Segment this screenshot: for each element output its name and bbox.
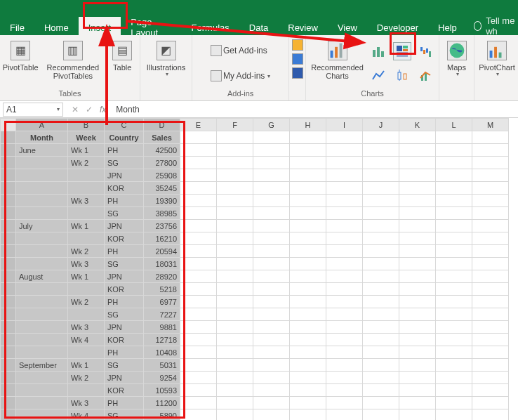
- cell[interactable]: SG: [105, 258, 144, 270]
- col-header-L[interactable]: L: [436, 119, 472, 131]
- cell[interactable]: [217, 384, 253, 397]
- cell[interactable]: 6977: [144, 296, 180, 308]
- cell[interactable]: August: [16, 270, 68, 283]
- cell[interactable]: [290, 359, 326, 372]
- cell[interactable]: [253, 384, 290, 397]
- cell[interactable]: [399, 384, 436, 397]
- cell[interactable]: [363, 131, 399, 144]
- cell[interactable]: [326, 144, 363, 157]
- formula-bar[interactable]: Month: [113, 105, 518, 114]
- cell[interactable]: KOR: [105, 384, 144, 397]
- row-header[interactable]: [1, 409, 16, 421]
- cell[interactable]: [217, 207, 253, 220]
- cell[interactable]: Sales: [144, 131, 180, 144]
- cell[interactable]: [217, 169, 253, 182]
- cell[interactable]: [180, 296, 217, 308]
- enter-icon[interactable]: ✓: [86, 105, 93, 114]
- cell[interactable]: [217, 220, 253, 232]
- cell[interactable]: [326, 220, 363, 232]
- cell[interactable]: 38985: [144, 207, 180, 220]
- cell[interactable]: [436, 207, 472, 220]
- cell[interactable]: SG: [105, 359, 144, 372]
- cell[interactable]: [217, 270, 253, 283]
- cell[interactable]: [290, 308, 326, 321]
- cell[interactable]: KOR: [105, 232, 144, 245]
- cell[interactable]: [180, 220, 217, 232]
- cell[interactable]: [326, 321, 363, 334]
- cell[interactable]: 5218: [144, 283, 180, 296]
- cell[interactable]: [253, 334, 290, 346]
- cell[interactable]: [180, 397, 217, 409]
- cell[interactable]: [217, 334, 253, 346]
- col-header-M[interactable]: M: [472, 119, 509, 131]
- cell[interactable]: [217, 283, 253, 296]
- cell[interactable]: [16, 182, 68, 195]
- cell[interactable]: Country: [105, 131, 144, 144]
- cell[interactable]: Wk 4: [68, 409, 105, 421]
- cell[interactable]: [363, 308, 399, 321]
- cell[interactable]: Wk 2: [68, 157, 105, 169]
- cell[interactable]: [217, 157, 253, 169]
- cell[interactable]: [16, 321, 68, 334]
- cell[interactable]: [326, 169, 363, 182]
- cell[interactable]: SG: [105, 308, 144, 321]
- cell[interactable]: [253, 182, 290, 195]
- cell[interactable]: [472, 384, 509, 397]
- cell[interactable]: [399, 321, 436, 334]
- cell[interactable]: [253, 195, 290, 207]
- cell[interactable]: [290, 397, 326, 409]
- cell[interactable]: [472, 308, 509, 321]
- cell[interactable]: [363, 346, 399, 359]
- col-header-I[interactable]: I: [326, 119, 363, 131]
- cell[interactable]: [217, 372, 253, 384]
- cell[interactable]: [253, 207, 290, 220]
- cell[interactable]: [253, 372, 290, 384]
- cell[interactable]: [68, 384, 105, 397]
- cell[interactable]: [472, 359, 509, 372]
- cell[interactable]: [436, 296, 472, 308]
- cell[interactable]: [326, 372, 363, 384]
- cell[interactable]: [363, 359, 399, 372]
- cell[interactable]: [436, 346, 472, 359]
- cell[interactable]: 35245: [144, 182, 180, 195]
- cell[interactable]: [217, 346, 253, 359]
- cell[interactable]: [363, 321, 399, 334]
- cell[interactable]: [68, 232, 105, 245]
- cell[interactable]: [290, 220, 326, 232]
- select-all-corner[interactable]: [1, 119, 16, 131]
- cell[interactable]: [326, 296, 363, 308]
- row-header[interactable]: [1, 283, 16, 296]
- cell[interactable]: [472, 144, 509, 157]
- cell[interactable]: [363, 245, 399, 258]
- cell[interactable]: [253, 232, 290, 245]
- cell[interactable]: [472, 372, 509, 384]
- cell[interactable]: [363, 334, 399, 346]
- cell[interactable]: [290, 207, 326, 220]
- cell[interactable]: [253, 308, 290, 321]
- cell[interactable]: [253, 220, 290, 232]
- cell[interactable]: [472, 321, 509, 334]
- cell[interactable]: PH: [105, 195, 144, 207]
- cell[interactable]: [68, 207, 105, 220]
- cell[interactable]: [472, 346, 509, 359]
- worksheet[interactable]: ABCDEFGHIJKLMMonthWeekCountrySalesJuneWk…: [0, 118, 518, 420]
- row-header[interactable]: [1, 270, 16, 283]
- cell[interactable]: [290, 384, 326, 397]
- cell[interactable]: [399, 308, 436, 321]
- col-header-E[interactable]: E: [180, 119, 217, 131]
- cell[interactable]: Wk 1: [68, 359, 105, 372]
- cell[interactable]: Wk 1: [68, 270, 105, 283]
- cell[interactable]: [180, 131, 217, 144]
- cell[interactable]: [180, 270, 217, 283]
- cell[interactable]: [180, 321, 217, 334]
- cell[interactable]: [472, 182, 509, 195]
- cell[interactable]: [253, 296, 290, 308]
- line-chart-button[interactable]: [369, 66, 387, 84]
- cell[interactable]: [217, 232, 253, 245]
- cell[interactable]: [290, 283, 326, 296]
- cell[interactable]: [180, 245, 217, 258]
- cell[interactable]: [472, 220, 509, 232]
- row-header[interactable]: [1, 182, 16, 195]
- cell[interactable]: June: [16, 144, 68, 157]
- cell[interactable]: [472, 195, 509, 207]
